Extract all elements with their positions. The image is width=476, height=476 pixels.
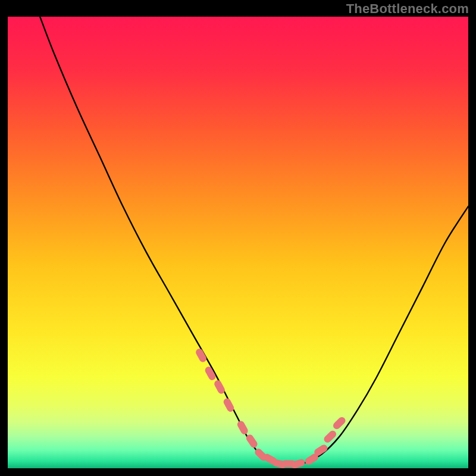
watermark-text: TheBottleneck.com	[346, 1, 469, 17]
chart-frame: TheBottleneck.com	[0, 0, 476, 476]
chart-svg	[8, 17, 468, 468]
plot-area	[8, 17, 468, 468]
gradient-background	[8, 17, 468, 468]
